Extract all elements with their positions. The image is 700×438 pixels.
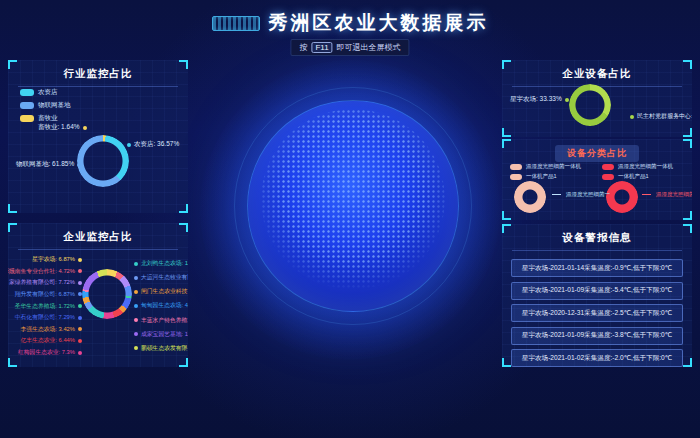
panel-device-class-ratio: 设备分类占比 温湿度光照细菌一体机 一体机产品1 温湿度光照细菌一体机 一体机产… (502, 139, 692, 220)
legend-item[interactable]: 畜牧业 (20, 114, 71, 123)
legend-swatch (20, 102, 34, 109)
label-dot (78, 304, 82, 308)
chart-label: 亿丰生态农业: 6.44% (21, 336, 82, 345)
legend-item[interactable]: 物联网基地 (20, 101, 71, 110)
label-text: 亿丰生态农业: 6.44% (21, 336, 75, 345)
chart-label: 甸甸园生态农场: 4.29 (134, 301, 188, 310)
device-right-donut-chart[interactable] (606, 181, 638, 213)
chart-label: 闸门生态农业科技有限公 (134, 287, 188, 296)
enterprise-donut-chart[interactable] (82, 269, 132, 319)
panel-title-alarms: 设备警报信息 (512, 224, 682, 251)
chart-label: 畜牧业: 1.64% (38, 123, 87, 132)
label-dot (565, 98, 569, 102)
label-dot (78, 316, 82, 320)
legend-item[interactable]: 温湿度光照细菌一体机 (602, 163, 673, 170)
label-dot (134, 332, 138, 336)
label-text: 翔升发有限公司: 6.87% (15, 290, 75, 299)
panel-enterprise-ratio: 企业监控占比 星宇农场: 6.87% 彩娥南鱼专业合作社: 4.72% 家绿养殖… (8, 223, 188, 367)
legend-swatch (20, 89, 34, 96)
alarm-row: 星宇农场-2021-01-02采集温度:-2.0℃,低于下限:0℃ (511, 349, 683, 367)
alarm-row: 星宇农场-2020-12-31采集温度:-2.5℃,低于下限:0℃ (511, 304, 683, 322)
page-title: 秀洲区农业大数据展示 (269, 10, 489, 36)
legend-swatch (602, 174, 614, 180)
industry-legend: 农资店 物联网基地 畜牧业 (20, 88, 71, 123)
label-dot (78, 339, 82, 343)
alarm-row: 星宇农场-2021-01-09采集温度:-5.4℃,低于下限:0℃ (511, 282, 683, 300)
device-right-legend: 温湿度光照细菌一体机 一体机产品1 (602, 163, 673, 180)
chart-label: 温湿度光照细菌一 (642, 191, 692, 198)
label-dot (134, 276, 138, 280)
label-dot (83, 126, 87, 130)
chart-label: 翔升发有限公司: 6.87% (15, 290, 82, 299)
label-dot (78, 269, 82, 273)
panel-title-industry: 行业监控占比 (18, 60, 178, 87)
equipment-donut-chart[interactable] (569, 84, 611, 126)
f11-key-badge: F11 (311, 42, 332, 53)
alarm-list: 星宇农场-2021-01-14采集温度:-0.9℃,低于下限:0℃星宇农场-20… (511, 259, 683, 367)
legend-item[interactable]: 一体机产品1 (602, 173, 673, 180)
label-text: 物联网基地: 61.85% (16, 160, 74, 169)
panel-title-enterprise: 企业监控占比 (18, 223, 178, 250)
logo-badge (212, 16, 260, 31)
chart-label: 星宇农场: 6.87% (32, 255, 82, 264)
chart-label: 彩娥南鱼专业合作社: 4.72% (8, 267, 82, 276)
device-left-donut-chart[interactable] (514, 181, 546, 213)
chart-label: 北刘鸭生态农场: 11.50% (134, 259, 188, 268)
label-dot (77, 163, 81, 167)
label-text: 农资店: 36.57% (134, 140, 179, 149)
hint-prefix: 按 (299, 42, 307, 53)
header: 秀洲区农业大数据展示 (0, 10, 700, 36)
hint-suffix: 即可退出全屏模式 (337, 42, 401, 53)
chart-label: 鹏硕生态农发有限公司: 6.87 (134, 344, 188, 353)
legend-swatch (602, 164, 614, 170)
label-dot (134, 346, 138, 350)
legend-item[interactable]: 农资店 (20, 88, 71, 97)
legend-label: 物联网基地 (38, 101, 71, 110)
label-text: 鹏硕生态农发有限公司: 6.87 (141, 344, 188, 353)
chart-label: 农资店: 36.57% (127, 140, 179, 149)
label-text: 星宇农场: 33.33% (510, 95, 562, 104)
legend-swatch (20, 115, 34, 122)
chart-label: 成家宝园艺基地: 15.02% (134, 330, 188, 339)
label-text: 闸门生态农业科技有限公 (141, 287, 188, 296)
label-text: 中石化有限公司: 7.29% (15, 313, 75, 322)
label-dot (78, 351, 82, 355)
label-text: 北刘鸭生态农场: 11.50% (141, 259, 188, 268)
label-dot (134, 262, 138, 266)
legend-item[interactable]: 温湿度光照细菌一体机 (510, 163, 581, 170)
label-text: 彩娥南鱼专业合作社: 4.72% (8, 267, 75, 276)
alarm-row: 星宇农场-2021-01-09采集温度:-3.8℃,低于下限:0℃ (511, 327, 683, 345)
label-text: 李强生态农场: 3.42% (21, 325, 75, 334)
fullscreen-hint: 按 F11 即可退出全屏模式 (290, 39, 409, 56)
label-text: 大运河生态牧业有限责任公 (141, 273, 188, 282)
label-dot (134, 304, 138, 308)
legend-label: 一体机产品1 (618, 173, 649, 180)
panel-title-equipment: 企业设备占比 (512, 60, 682, 87)
legend-item[interactable]: 一体机产品1 (510, 173, 581, 180)
chart-label: 温湿度光照细菌一 (552, 191, 610, 198)
chart-label: 大运河生态牧业有限责任公 (134, 273, 188, 282)
label-text: 家绿养殖有限公司: 7.72% (9, 278, 75, 287)
chart-label: 李强生态农场: 3.42% (21, 325, 82, 334)
label-text: 星宇农场: 6.87% (32, 255, 75, 264)
industry-donut-chart[interactable] (77, 135, 129, 187)
chart-label: 中石化有限公司: 7.29% (15, 313, 82, 322)
chart-label: 红梅园生态农业: 7.3% (18, 348, 82, 357)
legend-label: 温湿度光照细菌一体机 (526, 163, 581, 170)
label-dot (78, 281, 82, 285)
label-dot (630, 115, 634, 119)
chart-label: 家绿养殖有限公司: 7.72% (9, 278, 82, 287)
label-dot (134, 318, 138, 322)
alarm-row: 星宇农场-2021-01-14采集温度:-0.9℃,低于下限:0℃ (511, 259, 683, 277)
panel-title-device-class: 设备分类占比 (555, 145, 639, 162)
panel-equipment-ratio: 企业设备占比 星宇农场: 33.33% 民主村党群服务中心: (502, 60, 692, 137)
label-dot (134, 290, 138, 294)
legend-swatch (510, 174, 522, 180)
label-text: 民主村党群服务中心: (637, 112, 692, 121)
label-text: 丰蓝水产特色养殖场: 1. (141, 316, 188, 325)
chart-label: 星宇农场: 33.33% (510, 95, 569, 104)
label-text: 甸甸园生态农场: 4.29 (141, 301, 188, 310)
label-dot (78, 327, 82, 331)
globe (247, 100, 459, 312)
legend-label: 温湿度光照细菌一体机 (618, 163, 673, 170)
